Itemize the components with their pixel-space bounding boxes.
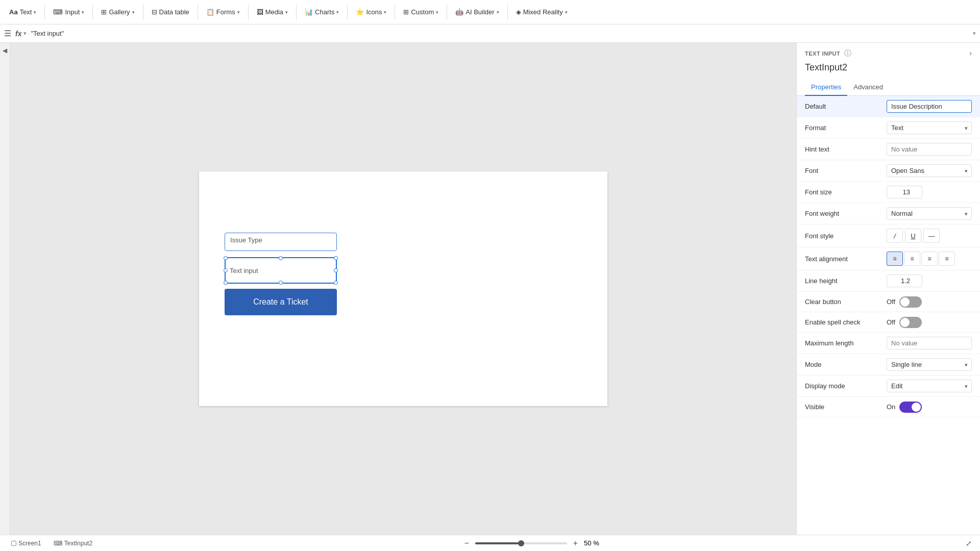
status-left: Screen1 ⌨ TextInput2 xyxy=(8,539,95,548)
toolbar-item-datatable[interactable]: ⊟ Data table xyxy=(146,5,194,19)
toolbar-input-label: Input xyxy=(65,8,80,16)
spell-check-toggle[interactable] xyxy=(899,317,922,328)
zoom-slider[interactable] xyxy=(475,542,567,544)
toolbar-item-forms[interactable]: 📋 Forms ▾ xyxy=(201,5,245,19)
left-sidebar: ◀ xyxy=(0,43,10,535)
create-ticket-widget[interactable]: Create a Ticket xyxy=(225,289,337,315)
resize-handle-tl[interactable] xyxy=(224,256,228,260)
zoom-out-button[interactable]: − xyxy=(462,538,471,549)
icons-icon: ⭐ xyxy=(356,8,364,16)
prop-format: Format Text xyxy=(797,117,980,139)
fx-label: fx xyxy=(15,30,21,38)
zoom-slider-fill xyxy=(475,542,521,544)
toolbar-item-media[interactable]: 🖼 Media ▾ xyxy=(252,5,293,19)
tab-properties[interactable]: Properties xyxy=(805,79,847,96)
resize-handle-bl[interactable] xyxy=(224,281,228,285)
toolbar-item-aibuilder[interactable]: 🤖 AI Builder ▾ xyxy=(450,5,504,19)
italic-button[interactable]: / xyxy=(887,229,903,243)
strikethrough-button[interactable]: — xyxy=(923,229,940,243)
toolbar-separator xyxy=(92,5,93,20)
toolbar-custom-label: Custom xyxy=(411,8,434,16)
mode-select[interactable]: Single line xyxy=(887,358,972,371)
align-center-button[interactable]: ≡ xyxy=(904,252,920,266)
aibuilder-icon: 🤖 xyxy=(455,8,463,16)
toolbar-item-gallery[interactable]: ⊞ Gallery ▾ xyxy=(96,5,139,19)
hint-text-input[interactable] xyxy=(887,143,972,156)
default-input[interactable] xyxy=(887,100,972,113)
default-value-wrap xyxy=(887,100,972,113)
format-label: Format xyxy=(805,124,887,132)
align-left-button[interactable]: ≡ xyxy=(887,252,903,266)
formula-bar: ☰ fx ▾ ▾ xyxy=(0,24,980,43)
text-input-selected-widget[interactable]: Text input xyxy=(225,257,337,284)
formula-expand-icon[interactable]: ▾ xyxy=(973,30,976,37)
zoom-percent: 50 % xyxy=(584,539,599,547)
resize-handle-bm[interactable] xyxy=(279,281,283,285)
fullscreen-icon[interactable]: ⤢ xyxy=(966,539,972,547)
resize-handle-br[interactable] xyxy=(334,281,338,285)
resize-handle-tr[interactable] xyxy=(334,256,338,260)
textinput2-tab[interactable]: ⌨ TextInput2 xyxy=(51,539,95,548)
chevron-down-icon: ▾ xyxy=(436,10,438,15)
toggle-knob xyxy=(900,297,910,307)
toolbar-text-label: Text xyxy=(20,8,32,16)
help-icon[interactable]: ⓘ xyxy=(844,49,851,58)
visible-label: Visible xyxy=(805,403,887,411)
issue-type-box[interactable]: Issue Type xyxy=(225,233,337,251)
toolbar-item-text[interactable]: Aa Text ▾ xyxy=(4,5,41,19)
chevron-down-icon: ▾ xyxy=(34,10,36,15)
max-length-label: Maximum length xyxy=(805,339,887,347)
toolbar-forms-label: Forms xyxy=(216,8,235,16)
align-justify-button[interactable]: ≡ xyxy=(939,252,955,266)
hamburger-icon[interactable]: ☰ xyxy=(4,29,11,38)
status-right[interactable]: ⤢ xyxy=(966,539,972,547)
charts-icon: 📊 xyxy=(305,8,313,16)
status-bar: Screen1 ⌨ TextInput2 − + 50 % ⤢ xyxy=(0,535,980,551)
toolbar-item-input[interactable]: ⌨ Input ▾ xyxy=(48,5,89,19)
prop-font-size: Font size xyxy=(797,182,980,203)
font-style-buttons: / U — xyxy=(887,229,940,243)
display-mode-select[interactable]: Edit xyxy=(887,380,972,392)
align-left-icon: ≡ xyxy=(893,255,896,262)
spell-check-label: Enable spell check xyxy=(805,318,887,326)
format-select[interactable]: Text xyxy=(887,121,972,134)
prop-font-weight: Font weight Normal xyxy=(797,203,980,224)
mixedreality-icon: ◈ xyxy=(516,8,521,16)
zoom-in-button[interactable]: + xyxy=(571,538,580,549)
create-ticket-button[interactable]: Create a Ticket xyxy=(225,289,337,315)
underline-button[interactable]: U xyxy=(905,229,921,243)
canvas-area[interactable]: Issue Type Text input C xyxy=(10,43,796,535)
resize-handle-mr[interactable] xyxy=(334,268,338,272)
toolbar-item-mixedreality[interactable]: ◈ Mixed Reality ▾ xyxy=(511,5,573,19)
zoom-slider-thumb[interactable] xyxy=(518,540,524,546)
resize-handle-tm[interactable] xyxy=(279,256,283,260)
toolbar-separator xyxy=(395,5,395,20)
left-sidebar-toggle[interactable]: ◀ xyxy=(3,47,7,54)
issue-type-widget[interactable]: Issue Type xyxy=(225,233,337,251)
toolbar-charts-label: Charts xyxy=(315,8,334,16)
formula-caret[interactable]: ▾ xyxy=(23,30,27,37)
prop-hint-text: Hint text xyxy=(797,139,980,160)
font-weight-select[interactable]: Normal xyxy=(887,207,972,220)
font-size-input[interactable] xyxy=(887,186,922,198)
align-right-button[interactable]: ≡ xyxy=(921,252,938,266)
mode-label: Mode xyxy=(805,361,887,368)
resize-handle-ml[interactable] xyxy=(224,268,228,272)
screen1-tab[interactable]: Screen1 xyxy=(8,539,44,548)
toolbar-item-icons[interactable]: ⭐ Icons ▾ xyxy=(351,5,391,19)
chevron-down-icon: ▾ xyxy=(497,10,499,15)
toolbar-media-label: Media xyxy=(265,8,283,16)
max-length-input[interactable] xyxy=(887,337,972,349)
panel-expand-button[interactable]: › xyxy=(969,49,972,57)
text-input-box[interactable]: Text input xyxy=(225,257,337,284)
font-select[interactable]: Open Sans xyxy=(887,164,972,177)
clear-button-toggle[interactable] xyxy=(899,296,922,308)
panel-type-label: TEXT INPUT xyxy=(805,51,840,57)
visible-toggle[interactable] xyxy=(899,402,922,413)
toolbar-gallery-label: Gallery xyxy=(109,8,130,16)
line-height-input[interactable] xyxy=(887,274,922,287)
tab-advanced[interactable]: Advanced xyxy=(847,79,889,96)
toolbar-item-charts[interactable]: 📊 Charts ▾ xyxy=(300,5,344,19)
formula-input[interactable] xyxy=(31,30,973,37)
toolbar-item-custom[interactable]: ⊞ Custom ▾ xyxy=(398,5,444,19)
